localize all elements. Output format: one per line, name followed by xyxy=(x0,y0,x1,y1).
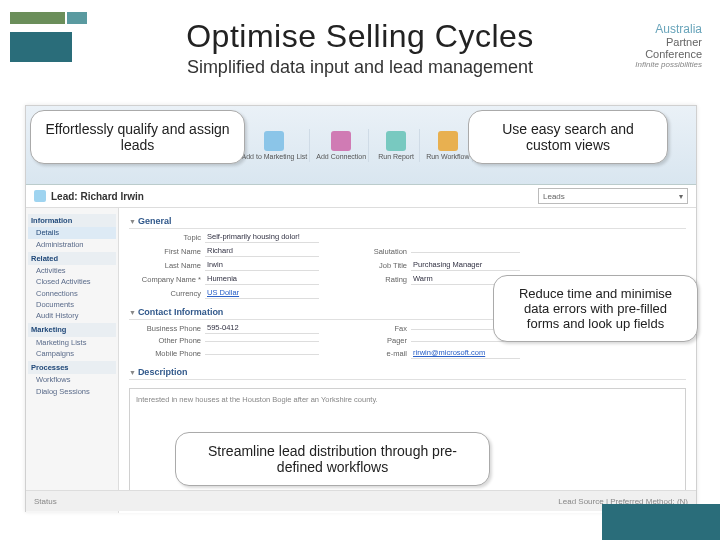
sidebar-item-connections[interactable]: Connections xyxy=(28,288,116,299)
callout-prefilled-forms: Reduce time and minimise data errors wit… xyxy=(493,275,698,342)
sidebar-item-audit-history[interactable]: Audit History xyxy=(28,310,116,321)
field-business-phone[interactable]: 595-0412 xyxy=(205,322,319,334)
section-description[interactable]: Description xyxy=(129,365,686,380)
lead-icon xyxy=(34,190,46,202)
ribbon-run-report[interactable]: Run Report xyxy=(373,129,420,162)
ribbon-run-workflow[interactable]: Run Workflow xyxy=(424,129,472,162)
sidebar-item-closed-activities[interactable]: Closed Activities xyxy=(28,276,116,287)
sidebar-item-campaigns[interactable]: Campaigns xyxy=(28,348,116,359)
sidebar-item-administration[interactable]: Administration xyxy=(28,239,116,250)
sidebar-item-activities[interactable]: Activities xyxy=(28,265,116,276)
sidebar-group-processes[interactable]: Processes xyxy=(28,361,116,374)
crm-sidebar: Information Details Administration Relat… xyxy=(26,208,119,513)
field-other-phone[interactable] xyxy=(205,339,319,342)
sidebar-group-information[interactable]: Information xyxy=(28,214,116,227)
field-topic[interactable]: Self-primarily housing dolor! xyxy=(205,231,319,243)
footer-accent-block xyxy=(602,504,720,540)
sidebar-item-documents[interactable]: Documents xyxy=(28,299,116,310)
ribbon-marketing-list[interactable]: Add to Marketing List xyxy=(240,129,311,162)
lead-header-bar: Lead: Richard Irwin Leads xyxy=(26,185,696,208)
sidebar-item-marketing-lists[interactable]: Marketing Lists xyxy=(28,337,116,348)
sidebar-item-workflows[interactable]: Workflows xyxy=(28,374,116,385)
callout-workflows: Streamline lead distribution through pre… xyxy=(175,432,490,486)
ribbon-add-connection[interactable]: Add Connection xyxy=(314,129,369,162)
field-first-name[interactable]: Richard xyxy=(205,245,319,257)
crm-footer-status: StatusLead Source | Preferred Method: (N… xyxy=(26,490,696,511)
field-mobile-phone[interactable] xyxy=(205,352,319,355)
callout-qualify-assign: Effortlessly qualify and assign leads xyxy=(30,110,245,164)
field-salutation[interactable] xyxy=(411,250,520,253)
section-general[interactable]: General xyxy=(129,214,686,229)
leads-dropdown[interactable]: Leads xyxy=(538,188,688,204)
field-job-title[interactable]: Purchasing Manager xyxy=(411,259,520,271)
partner-conference-logo: Australia Partner Conference Infinite po… xyxy=(607,22,702,69)
field-last-name[interactable]: Irwin xyxy=(205,259,319,271)
sidebar-item-dialog-sessions[interactable]: Dialog Sessions xyxy=(28,386,116,397)
sidebar-item-details[interactable]: Details xyxy=(28,227,116,238)
field-email[interactable]: rirwin@microsoft.com xyxy=(411,347,520,359)
field-currency[interactable]: US Dollar xyxy=(205,287,319,299)
callout-search-views: Use easy search and custom views xyxy=(468,110,668,164)
sidebar-group-related[interactable]: Related xyxy=(28,252,116,265)
field-company[interactable]: Humenia xyxy=(205,273,319,285)
sidebar-group-marketing[interactable]: Marketing xyxy=(28,323,116,336)
header-decoration xyxy=(10,12,87,62)
